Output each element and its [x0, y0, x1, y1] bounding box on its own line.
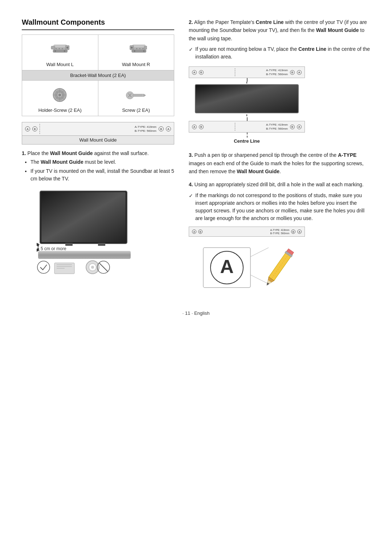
- step1-number: 1.: [22, 150, 26, 156]
- wall-mount-r-svg: [125, 40, 147, 58]
- step4-instruction: 4. Using an appropriately sized drill bi…: [189, 180, 370, 222]
- step1-instruction: 1. Place the Wall Mount Guide against th…: [22, 150, 174, 183]
- cgb-circle-b-end: B: [290, 125, 295, 129]
- wall-mount-l-label: Wall Mount L: [24, 62, 96, 67]
- holder-screw-icon: [24, 84, 96, 106]
- screw-label: Screw (2 EA): [101, 107, 172, 113]
- wall-mount-l-svg: [49, 40, 71, 58]
- dashed-below: [189, 133, 305, 138]
- step3-bold2: Wall Mount Guide: [237, 168, 279, 174]
- svg-point-57: [91, 266, 94, 269]
- cg-circle-a-end: A: [297, 70, 302, 75]
- section-divider: [22, 29, 174, 30]
- section-title: Wallmount Components: [22, 18, 174, 27]
- svg-point-10: [64, 50, 65, 52]
- wall-mount-l-cell: Wall Mount L: [22, 35, 98, 70]
- cgb-circle-a: A: [192, 125, 197, 129]
- svg-text:A: A: [220, 256, 234, 277]
- component-table: Wall Mount L: [22, 34, 174, 116]
- bracket-label: Bracket-Wall Mount (2 EA): [22, 70, 174, 81]
- holder-screw-label: Holder-Screw (2 EA): [24, 107, 96, 113]
- dashed-top: [189, 78, 305, 82]
- svg-rect-45: [98, 243, 105, 246]
- step1-text: 1. Place the Wall Mount Guide against th…: [22, 150, 174, 156]
- svg-rect-61: [195, 85, 298, 113]
- svg-rect-12: [132, 45, 145, 48]
- svg-point-16: [142, 48, 143, 49]
- svg-rect-43: [41, 192, 126, 242]
- holder-screw-cell: Holder-Screw (2 EA): [22, 81, 98, 116]
- cg-circle-b: B: [199, 70, 204, 75]
- guide-label: Wall Mount Guide: [22, 136, 174, 145]
- screw-svg: [125, 89, 147, 102]
- cgb-circle-a-end: A: [297, 125, 302, 129]
- pencil-illustration: A B A-TYPE: 419mmB-TYPE: 560mm B A A: [189, 227, 305, 296]
- step3-text-part3: .: [279, 168, 281, 174]
- step1-bold1: Wall Mount Guide: [50, 150, 93, 156]
- step4-text-body: Using an appropriately sized drill bit, …: [195, 182, 364, 187]
- svg-point-50: [37, 261, 50, 273]
- guide-circle-b: B: [32, 126, 37, 131]
- svg-line-66: [250, 275, 269, 284]
- svg-line-59: [99, 263, 108, 272]
- step3-bold1: A-TYPE: [338, 152, 356, 158]
- centre-line-label: Centre Line: [189, 138, 305, 144]
- pencil-guide-strip: A B A-TYPE: 419mmB-TYPE: 560mm B A: [189, 227, 305, 237]
- page-footer: · 11 · English: [22, 310, 370, 316]
- step2-check-text: If you are not mounting below a TV, plac…: [195, 45, 370, 61]
- step4-checkmark-icon: ✓: [189, 192, 193, 200]
- svg-point-18: [136, 48, 137, 49]
- main-content: Wallmount Components: [22, 18, 370, 296]
- step4-checkmark: ✓ If the markings do not correspond to t…: [189, 192, 370, 222]
- step1-text-part1: Place the: [28, 150, 50, 156]
- step1-bullet1-bold: Wall Mount Guide: [41, 159, 83, 165]
- svg-rect-44: [65, 243, 73, 246]
- remote-area: [36, 257, 142, 277]
- pencil-svg: A: [189, 237, 305, 295]
- step2-bold2: Wall Mount Guide: [316, 27, 359, 33]
- footer-text: · 11 · English: [182, 310, 209, 316]
- svg-marker-47: [37, 244, 39, 246]
- tv-soundbar-illustration: 5 cm or more: [33, 189, 142, 277]
- wall-mount-r-label: Wall Mount R: [101, 62, 172, 67]
- svg-point-5: [56, 48, 57, 49]
- svg-point-9: [54, 50, 56, 52]
- svg-marker-41: [144, 94, 146, 97]
- svg-line-65: [250, 248, 269, 257]
- cgb-type-labels: A-TYPE: 419mmB-TYPE: 560mm: [266, 123, 288, 131]
- svg-point-17: [139, 48, 140, 49]
- step1-bullets: The Wall Mount Guide must be level. If y…: [30, 158, 174, 183]
- svg-point-21: [134, 50, 135, 52]
- svg-rect-1: [54, 45, 67, 48]
- svg-point-4: [66, 47, 68, 49]
- step1-text-part2: against the wall surface.: [93, 150, 149, 156]
- step3-instruction: 3. Push a pen tip or sharpened pencil ti…: [189, 151, 370, 175]
- screw-icon: [101, 84, 172, 106]
- step2-number: 2.: [189, 19, 193, 25]
- step4-text: 4. Using an appropriately sized drill bi…: [189, 180, 370, 188]
- svg-marker-48: [37, 248, 39, 251]
- guide-strip-container: A B A-TYPE: 419mmB-TYPE: 560mm B: [22, 122, 174, 145]
- left-column: Wallmount Components: [22, 18, 174, 281]
- guide-type-labels: A-TYPE: 419mmB-TYPE: 560mm: [135, 125, 156, 133]
- checkmark-icon: ✓: [189, 46, 193, 53]
- step3-text: 3. Push a pen tip or sharpened pencil ti…: [189, 151, 370, 175]
- guide-bar: A B A-TYPE: 419mmB-TYPE: 560mm B: [22, 122, 174, 136]
- step2-instruction: 2. Align the Paper Template's Centre Lin…: [189, 18, 370, 61]
- wall-mount-r-cell: Wall Mount R: [98, 35, 174, 70]
- svg-point-15: [131, 47, 132, 49]
- svg-rect-33: [133, 94, 144, 97]
- step4-check-text: If the markings do not correspond to the…: [195, 192, 370, 222]
- centre-guide-strip-bottom: A B A-TYPE: 419mmB-TYPE: 560mm B A: [189, 121, 305, 133]
- step2-checkmark: ✓ If you are not mounting below a TV, pl…: [189, 45, 370, 61]
- step2-check-bold: Centre Line: [298, 46, 326, 52]
- centre-line-illustration: A B A-TYPE: 419mmB-TYPE: 560mm B A: [189, 66, 305, 144]
- cg-type-labels: A-TYPE: 419mmB-TYPE: 560mm: [266, 68, 288, 76]
- centre-tv-svg: [189, 82, 305, 116]
- guide-circle-b-end: B: [159, 126, 164, 131]
- guide-circle-a: A: [25, 126, 30, 131]
- cg-circle-a: A: [192, 70, 197, 75]
- step1-bullet1: The Wall Mount Guide must be level.: [30, 158, 174, 166]
- screw-cell: Screw (2 EA): [98, 81, 174, 116]
- svg-point-7: [62, 48, 63, 49]
